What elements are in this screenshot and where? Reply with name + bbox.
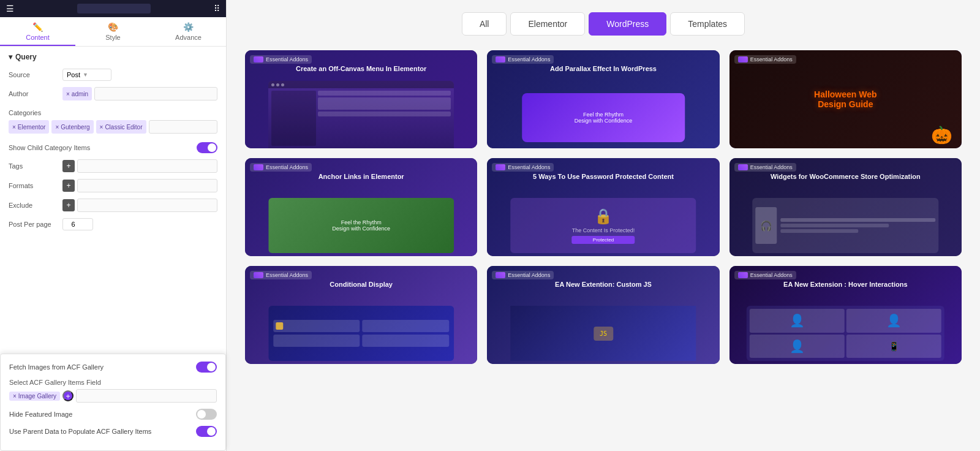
author-label: Author <box>9 90 58 97</box>
panel-tabs: ✏️ Content 🎨 Style ⚙️ Advance <box>0 17 226 47</box>
post-per-page-label: Post Per page <box>9 221 58 228</box>
card-5[interactable]: Essential Addons 5 Ways To Use Password … <box>487 158 719 256</box>
card-8[interactable]: Essential Addons EA New Extention: Custo… <box>487 266 719 364</box>
card-7[interactable]: Essential Addons Conditional Display <box>245 266 477 364</box>
badge-logo-2 <box>496 56 505 63</box>
tags-label: Tags <box>9 162 58 170</box>
author-field: Author × admin <box>9 87 217 100</box>
card-3[interactable]: Essential Addons Halloween WebDesign Gui… <box>729 50 962 148</box>
card-4-visual: Feel the RhythmDesign with Confidence <box>268 198 454 253</box>
topbar-search-bar <box>77 4 151 13</box>
badge-text-7: Essential Addons <box>266 272 308 278</box>
tags-input[interactable] <box>77 159 217 173</box>
card-1[interactable]: Essential Addons Create an Off-Canvas Me… <box>245 50 477 148</box>
tab-content[interactable]: ✏️ Content <box>0 17 75 46</box>
post-per-page-input[interactable] <box>62 218 93 230</box>
tags-field: Tags + <box>9 159 217 173</box>
card-6-image: Essential Addons Widgets for WooCommerce… <box>729 158 962 256</box>
exclude-add-button[interactable]: + <box>62 199 75 211</box>
use-parent-toggle[interactable] <box>196 426 217 437</box>
card-6-badge: Essential Addons <box>734 163 796 172</box>
formats-add-button[interactable]: + <box>62 180 75 192</box>
card-7-image: Essential Addons Conditional Display <box>245 266 477 364</box>
query-section-title: Query <box>15 53 37 61</box>
badge-logo-3 <box>738 56 748 63</box>
card-6[interactable]: Essential Addons Widgets for WooCommerce… <box>729 158 962 256</box>
acf-tag-add-button[interactable]: + <box>62 390 74 401</box>
sidebar-topbar: ☰ ⠿ <box>0 0 226 17</box>
card-5-title: 5 Ways To Use Password Protected Content <box>487 173 719 180</box>
grid-icon[interactable]: ⠿ <box>214 4 220 13</box>
filter-tab-elementor[interactable]: Elementor <box>510 12 585 36</box>
hamburger-icon[interactable]: ☰ <box>6 4 14 13</box>
source-field: Source Post ▼ <box>9 69 217 81</box>
formats-label: Formats <box>9 182 58 189</box>
hover-cell-2: 👤 <box>846 309 941 333</box>
fetch-images-toggle[interactable] <box>196 362 217 373</box>
card-6-visual: 🎧 <box>753 198 938 253</box>
filter-tab-templates[interactable]: Templates <box>670 12 745 36</box>
card-9[interactable]: Essential Addons EA New Extension : Hove… <box>729 266 962 364</box>
tags-add-button[interactable]: + <box>62 160 75 172</box>
card-1-image: Essential Addons Create an Off-Canvas Me… <box>245 50 477 148</box>
badge-text-3: Essential Addons <box>750 56 793 63</box>
badge-text-4: Essential Addons <box>266 164 308 170</box>
badge-text-9: Essential Addons <box>750 272 793 278</box>
exclude-label: Exclude <box>9 202 58 209</box>
tab-advance[interactable]: ⚙️ Advance <box>151 17 226 46</box>
author-input[interactable] <box>94 87 217 100</box>
cards-grid: Essential Addons Create an Off-Canvas Me… <box>245 50 962 364</box>
badge-text-6: Essential Addons <box>750 164 793 170</box>
card-9-visual: 👤 👤 👤 📱 <box>747 306 944 361</box>
filter-tabs-row: All Elementor WordPress Templates <box>245 12 962 36</box>
filter-tab-wordpress[interactable]: WordPress <box>589 12 666 36</box>
card-2[interactable]: Essential Addons Add Parallax Effect In … <box>487 50 719 148</box>
category-tag-classic: × Classic Editor <box>96 120 146 134</box>
tab-style[interactable]: 🎨 Style <box>75 17 151 46</box>
halloween-icon: 🎃 <box>931 125 952 145</box>
parallax-text: Feel the RhythmDesign with Confidence <box>572 109 635 126</box>
acf-tag-input-row: × Image Gallery + <box>9 389 217 403</box>
cat-remove-2[interactable]: × <box>55 124 59 131</box>
categories-input[interactable] <box>149 120 217 134</box>
card-7-badge: Essential Addons <box>250 271 312 279</box>
use-parent-label: Use Parent Data to Populate ACF Gallery … <box>9 428 191 435</box>
card-2-visual: Feel the RhythmDesign with Confidence <box>522 93 685 142</box>
acf-tag-value: Image Gallery <box>18 393 56 400</box>
badge-logo-5 <box>496 164 505 170</box>
card-8-badge: Essential Addons <box>492 271 554 279</box>
select-acf-field: Select ACF Gallery Items Field × Image G… <box>9 379 217 403</box>
show-child-toggle[interactable] <box>197 142 217 153</box>
hide-featured-toggle[interactable] <box>196 409 217 420</box>
tab-advance-label: Advance <box>175 34 202 41</box>
card-5-badge: Essential Addons <box>492 163 554 172</box>
filter-tab-all[interactable]: All <box>462 12 507 36</box>
card-4-title: Anchor Links in Elementor <box>245 173 477 180</box>
badge-logo-7 <box>254 272 263 278</box>
show-child-label: Show Child Category Items <box>9 144 192 151</box>
badge-text-5: Essential Addons <box>508 164 550 170</box>
acf-tag-input[interactable] <box>76 389 217 403</box>
tooltip-panel: Fetch Images from ACF Gallery Select ACF… <box>0 354 226 451</box>
card-9-image: Essential Addons EA New Extension : Hove… <box>729 266 962 364</box>
query-section-header[interactable]: ▾ Query <box>9 53 217 61</box>
card-2-image: Essential Addons Add Parallax Effect In … <box>487 50 719 148</box>
cat-remove-3[interactable]: × <box>100 124 104 131</box>
author-tag-remove[interactable]: × <box>66 91 70 97</box>
exclude-input[interactable] <box>77 199 217 212</box>
badge-logo-8 <box>496 272 505 278</box>
main-content: All Elementor WordPress Templates Essent… <box>227 0 980 451</box>
card-3-image: Essential Addons Halloween WebDesign Gui… <box>729 50 962 148</box>
card-4-badge: Essential Addons <box>250 163 312 172</box>
card-4[interactable]: Essential Addons Anchor Links in Element… <box>245 158 477 256</box>
use-parent-row: Use Parent Data to Populate ACF Gallery … <box>9 426 217 437</box>
card-1-mock <box>268 81 454 148</box>
sidebar: ☰ ⠿ ✏️ Content 🎨 Style ⚙️ Advance ▾ Quer… <box>0 0 227 451</box>
cat-label-2: Gutenberg <box>61 124 89 131</box>
source-select[interactable]: Post ▼ <box>62 69 111 81</box>
formats-input[interactable] <box>77 179 217 192</box>
cat-remove-1[interactable]: × <box>12 124 16 131</box>
card-7-visual <box>268 306 454 361</box>
acf-tag-remove[interactable]: × <box>13 393 17 400</box>
badge-text-1: Essential Addons <box>266 56 308 63</box>
